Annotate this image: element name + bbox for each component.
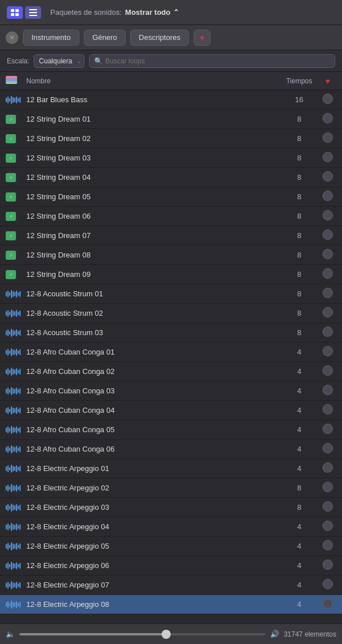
close-filter-button[interactable]: ✕ bbox=[6, 31, 18, 44]
midi-icon: ♪ bbox=[6, 192, 16, 202]
sound-pack-select[interactable]: Mostrar todo ⌃ bbox=[125, 8, 179, 17]
row-fav[interactable] bbox=[319, 307, 336, 320]
favorites-filter-button[interactable]: ♥ bbox=[194, 30, 211, 46]
scale-select[interactable]: Cualquiera bbox=[34, 54, 85, 68]
instrumento-button[interactable]: Instrumento bbox=[23, 30, 79, 46]
volume-slider[interactable] bbox=[19, 633, 265, 635]
table-row[interactable]: 12-8 Electric Arpeggio 064 bbox=[0, 556, 342, 575]
row-fav[interactable] bbox=[319, 327, 336, 339]
table-row[interactable]: 12-8 Electric Arpeggio 028 bbox=[0, 478, 342, 498]
row-fav[interactable] bbox=[319, 191, 336, 203]
header-icon-col bbox=[6, 76, 26, 86]
row-beats: 4 bbox=[279, 542, 319, 550]
row-name: 12-8 Afro Cuban Conga 02 bbox=[26, 367, 279, 376]
row-icon bbox=[6, 445, 26, 453]
table-row[interactable]: ♪12 String Dream 048 bbox=[0, 168, 342, 187]
table-row[interactable]: ♪12 String Dream 038 bbox=[0, 148, 342, 168]
row-name: 12-8 Afro Cuban Conga 05 bbox=[26, 425, 279, 434]
genero-button[interactable]: Género bbox=[84, 30, 126, 46]
row-beats: 8 bbox=[279, 134, 319, 143]
table-row[interactable]: ♪12 String Dream 028 bbox=[0, 129, 342, 148]
row-fav[interactable] bbox=[319, 268, 336, 281]
row-beats: 8 bbox=[279, 192, 319, 201]
list-view-button[interactable] bbox=[25, 6, 41, 19]
table-row[interactable]: ♪12 String Dream 078 bbox=[0, 226, 342, 245]
row-fav[interactable] bbox=[319, 94, 336, 106]
table-row[interactable]: ♪12 String Dream 088 bbox=[0, 245, 342, 265]
row-fav[interactable] bbox=[319, 424, 336, 436]
table-row[interactable]: 12 Bar Blues Bass16 bbox=[0, 90, 342, 110]
row-fav[interactable] bbox=[319, 210, 336, 223]
row-fav[interactable] bbox=[319, 598, 336, 611]
filter-bar: ✕ Instrumento Género Descriptores ♥ bbox=[0, 25, 342, 50]
table-row[interactable]: 12-8 Electric Arpeggio 014 bbox=[0, 459, 342, 478]
waveform-icon bbox=[6, 309, 21, 317]
table-row[interactable]: 12-8 Afro Cuban Conga 024 bbox=[0, 362, 342, 381]
table-row[interactable]: 12-8 Electric Arpeggio 074 bbox=[0, 575, 342, 595]
table-row[interactable]: 12-8 Acoustic Strum 028 bbox=[0, 304, 342, 323]
table-row[interactable]: 12-8 Afro Cuban Conga 064 bbox=[0, 440, 342, 459]
svg-rect-0 bbox=[11, 9, 14, 12]
row-fav[interactable] bbox=[319, 230, 336, 242]
row-name: 12-8 Afro Cuban Conga 03 bbox=[26, 387, 279, 395]
row-icon: ♪ bbox=[6, 192, 26, 202]
row-fav[interactable] bbox=[319, 560, 336, 572]
midi-icon: ♪ bbox=[6, 173, 16, 182]
svg-rect-5 bbox=[29, 12, 37, 13]
row-beats: 4 bbox=[279, 387, 319, 395]
table-row[interactable]: ♪12 String Dream 018 bbox=[0, 110, 342, 129]
descriptores-button[interactable]: Descriptores bbox=[130, 30, 189, 46]
row-fav[interactable] bbox=[319, 152, 336, 164]
row-fav[interactable] bbox=[319, 521, 336, 533]
row-icon: ♪ bbox=[6, 134, 26, 143]
row-fav[interactable] bbox=[319, 540, 336, 553]
table-row[interactable]: 12-8 Afro Cuban Conga 054 bbox=[0, 420, 342, 440]
row-fav[interactable] bbox=[319, 365, 336, 378]
table-row[interactable]: 12-8 Electric Arpeggio 044 bbox=[0, 517, 342, 537]
row-beats: 4 bbox=[279, 445, 319, 453]
row-fav[interactable] bbox=[319, 462, 336, 475]
fav-circle bbox=[323, 404, 333, 414]
fav-circle bbox=[323, 501, 333, 512]
fav-circle bbox=[323, 540, 333, 550]
row-fav[interactable] bbox=[319, 132, 336, 145]
table-row[interactable]: ♪12 String Dream 058 bbox=[0, 187, 342, 207]
row-fav[interactable] bbox=[319, 346, 336, 359]
fav-circle bbox=[323, 579, 333, 589]
row-icon bbox=[6, 348, 26, 356]
table-row[interactable]: 12-8 Afro Cuban Conga 034 bbox=[0, 381, 342, 401]
row-fav[interactable] bbox=[319, 404, 336, 417]
fav-circle bbox=[323, 94, 333, 104]
row-fav[interactable] bbox=[319, 288, 336, 300]
fav-circle bbox=[323, 191, 333, 201]
fav-circle bbox=[323, 268, 333, 279]
row-fav[interactable] bbox=[319, 579, 336, 591]
bottom-bar: 🔈 🔊 31747 elementos bbox=[0, 623, 342, 644]
row-name: 12-8 Electric Arpeggio 06 bbox=[26, 561, 279, 570]
row-fav[interactable] bbox=[319, 249, 336, 261]
row-name: 12-8 Acoustic Strum 03 bbox=[26, 328, 279, 337]
row-name: 12 String Dream 04 bbox=[26, 173, 279, 182]
table-row[interactable]: 12-8 Afro Cuban Conga 014 bbox=[0, 343, 342, 362]
heart-icon: ♥ bbox=[200, 33, 204, 42]
speaker-loud-icon: 🔊 bbox=[270, 630, 279, 638]
fav-circle bbox=[323, 521, 333, 531]
row-fav[interactable] bbox=[319, 171, 336, 184]
row-fav[interactable] bbox=[319, 113, 336, 126]
table-row[interactable]: 12-8 Acoustic Strum 018 bbox=[0, 284, 342, 304]
table-row[interactable]: ♪12 String Dream 098 bbox=[0, 265, 342, 284]
row-fav[interactable] bbox=[319, 443, 336, 456]
table-row[interactable]: 12-8 Electric Arpeggio 054 bbox=[0, 537, 342, 556]
row-fav[interactable] bbox=[319, 482, 336, 494]
table-row[interactable]: 12-8 Afro Cuban Conga 044 bbox=[0, 401, 342, 420]
svg-rect-4 bbox=[29, 9, 37, 10]
volume-slider-wrap bbox=[19, 633, 265, 635]
row-fav[interactable] bbox=[319, 385, 336, 397]
grid-view-button[interactable] bbox=[7, 6, 23, 19]
search-input[interactable] bbox=[105, 57, 330, 65]
table-row[interactable]: 12-8 Electric Arpeggio 084 bbox=[0, 595, 342, 614]
table-row[interactable]: ♪12 String Dream 068 bbox=[0, 207, 342, 226]
table-row[interactable]: 12-8 Acoustic Strum 038 bbox=[0, 323, 342, 343]
row-fav[interactable] bbox=[319, 501, 336, 514]
table-row[interactable]: 12-8 Electric Arpeggio 038 bbox=[0, 498, 342, 517]
